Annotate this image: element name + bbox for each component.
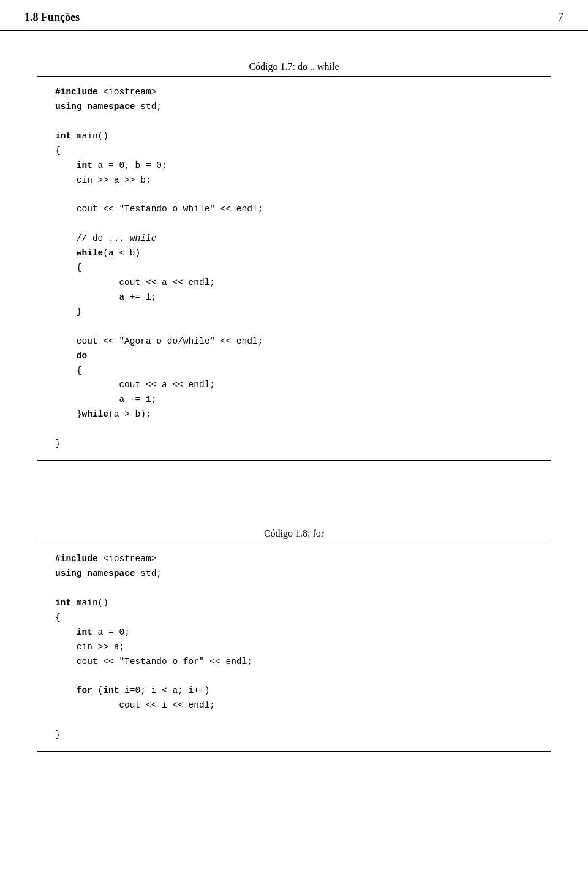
page-header: 1.8 Funções 7: [0, 0, 588, 31]
code-block-2: Código 1.8: for #include <iostream> usin…: [37, 528, 551, 752]
code-caption-1: Código 1.7: do .. while: [37, 61, 551, 72]
code-line: {: [55, 366, 82, 376]
code-line: for (int i=0; i < a; i++): [55, 685, 209, 695]
code-line: }: [55, 730, 61, 739]
code-line: {: [55, 146, 61, 156]
code-line: int a = 0;: [55, 627, 130, 637]
code-line: cout << a << endl;: [55, 278, 215, 287]
code-line: cin >> a >> b;: [55, 175, 151, 185]
code-line: cout << "Testando o while" << endl;: [55, 204, 263, 214]
page-wrapper: 1.8 Funções 7 Código 1.7: do .. while #i…: [0, 0, 588, 776]
code-line: int main(): [55, 131, 108, 141]
code-line: }while(a > b);: [55, 409, 151, 419]
code-line: }: [55, 307, 82, 317]
code-line: a += 1;: [55, 292, 156, 302]
code-line: while(a < b): [55, 248, 140, 258]
code-line: int a = 0, b = 0;: [55, 160, 167, 170]
code-area-1: #include <iostream> using namespace std;…: [37, 85, 551, 451]
code-line: {: [55, 263, 82, 273]
code-line: a -= 1;: [55, 395, 156, 404]
code-line: {: [55, 613, 61, 622]
caption-rule-bottom-1: [37, 460, 551, 461]
caption-rule-top-1: [37, 76, 551, 77]
page-content: Código 1.7: do .. while #include <iostre…: [0, 31, 588, 776]
caption-rule-bottom-2: [37, 751, 551, 752]
caption-rule-top-2: [37, 543, 551, 543]
code-caption-2: Código 1.8: for: [37, 528, 551, 539]
code-line: #include <iostream>: [55, 554, 156, 564]
chapter-title: 1.8 Funções: [24, 11, 80, 24]
code-line: cout << a << endl;: [55, 380, 215, 390]
code-block-1: Código 1.7: do .. while #include <iostre…: [37, 61, 551, 461]
code-area-2: #include <iostream> using namespace std;…: [37, 552, 551, 742]
page-number: 7: [558, 11, 564, 24]
section-gap: [37, 473, 551, 510]
code-line: int main(): [55, 598, 108, 608]
code-line: cout << "Testando o for" << endl;: [55, 657, 252, 667]
code-line: cout << "Agora o do/while" << endl;: [55, 336, 263, 346]
code-line: using namespace std;: [55, 102, 162, 111]
code-line: // do ... while: [55, 233, 156, 243]
code-line: using namespace std;: [55, 568, 162, 578]
code-line: #include <iostream>: [55, 87, 156, 97]
code-line: do: [55, 351, 87, 361]
code-line: cout << i << endl;: [55, 700, 215, 710]
code-line: cin >> a;: [55, 642, 124, 652]
code-line: }: [55, 439, 61, 448]
